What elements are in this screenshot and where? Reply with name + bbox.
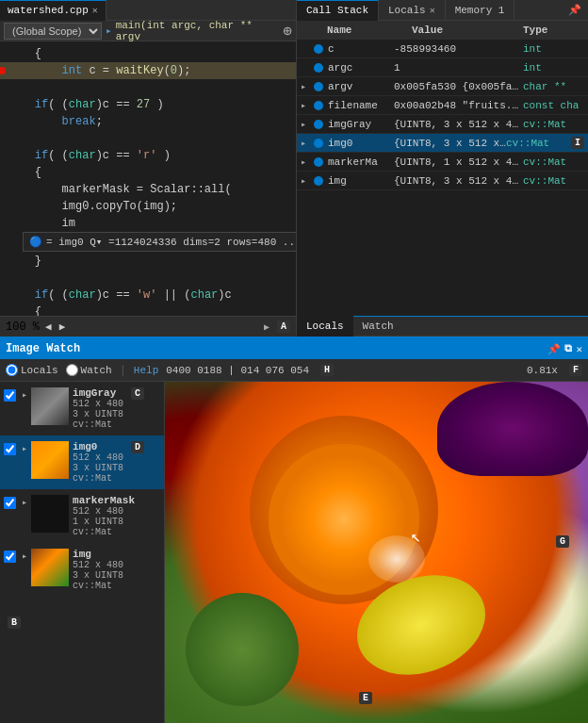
iw-body: ▸ imgGray 512 x 480 3 x UINT8 cv::Mat C … [0, 382, 588, 723]
img-channels: 3 x UINT8 [73, 409, 123, 419]
radio-watch-input[interactable] [66, 364, 78, 376]
call-stack-body: c -858993460 int argc 1 int ▸ argv 0x005… [297, 40, 588, 316]
expand-icon[interactable]: ▸ [22, 443, 27, 454]
scope-dropdown[interactable]: (Global Scope) [4, 23, 102, 40]
col-header-value: Value [412, 25, 523, 36]
label-badge-a: A [277, 320, 290, 333]
code-panel: watershed.cpp ✕ (Global Scope) ▸ main(in… [0, 0, 297, 337]
zoom-decrease-button[interactable]: ◀ [43, 320, 54, 333]
img-dims: 512 x 480 [73, 560, 123, 570]
img-check-imggray[interactable] [4, 389, 16, 402]
expand-icon[interactable]: ▸ [301, 81, 312, 92]
editor-tabs: watershed.cpp ✕ [0, 0, 296, 21]
expand-icon[interactable]: ▸ [301, 119, 312, 130]
var-name: argc [328, 62, 394, 74]
help-link[interactable]: Help [134, 365, 158, 376]
code-line [0, 270, 296, 287]
thumb-img0 [31, 441, 69, 479]
img-channels: 1 x UINT8 [73, 517, 135, 527]
circle-icon [314, 157, 323, 167]
tooltip-icon: 🔵 [29, 236, 42, 248]
tab-memory[interactable]: Memory 1 [446, 0, 515, 21]
iw-header: Image Watch 📌 ⧉ ✕ [0, 338, 588, 359]
expand-icon[interactable]: ▸ [22, 550, 27, 562]
img-channels: 3 x UINT8 [73, 570, 123, 581]
tab-locals[interactable]: Locals ✕ [379, 0, 446, 21]
iw-pin-button[interactable]: 📌 [547, 343, 561, 355]
expand-icon[interactable]: ▸ [22, 389, 27, 401]
code-line: img0.copyTo(img); [0, 198, 296, 215]
expand-icon[interactable]: ▸ [301, 100, 312, 111]
img-check-markermask[interactable] [4, 497, 16, 509]
cs-row-markermask[interactable]: ▸ markerMa {UINT8, 1 x 512 x 480} 🔍 cv::… [297, 153, 588, 172]
tab-locals-label: Locals [388, 5, 426, 16]
list-item-img[interactable]: ▸ img 512 x 480 3 x UINT8 cv::Mat [0, 543, 164, 597]
toolbar-separator: | [120, 364, 126, 377]
var-type: const cha [523, 100, 584, 111]
radio-watch[interactable]: Watch [66, 364, 112, 376]
iw-close-button[interactable]: ✕ [576, 343, 582, 355]
tab-locals-bottom[interactable]: Locals [297, 316, 353, 337]
plus-icon[interactable]: ⊕ [283, 22, 292, 41]
radio-watch-label: Watch [81, 365, 112, 376]
img-check-img0[interactable] [4, 443, 16, 455]
list-item-img0[interactable]: ▸ img0 512 x 480 3 x UINT8 cv::Mat D [0, 435, 164, 489]
img-info-img: img 512 x 480 3 x UINT8 cv::Mat [73, 549, 123, 591]
cs-row-argv[interactable]: ▸ argv 0x005fa530 {0x005fa538 "D:\ char … [297, 77, 588, 96]
cs-row-img0[interactable]: ▸ img0 {UINT8, 3 x 512 x 480} 🔍 cv::Mat … [297, 134, 588, 153]
label-badge-b: B [8, 616, 21, 629]
code-line: break; [0, 113, 296, 130]
img-dims: 512 x 480 [73, 399, 123, 409]
thumb-imggray [31, 387, 69, 425]
radio-locals[interactable]: Locals [6, 364, 58, 376]
label-badge-c: C [131, 387, 144, 400]
var-type: char ** [523, 81, 584, 92]
cs-row-imggray[interactable]: ▸ imgGray {UINT8, 3 x 512 x 480} 🔍 cv::M… [297, 115, 588, 134]
var-name: c [328, 43, 394, 55]
var-name: img [328, 175, 394, 187]
scroll-right-icon[interactable]: ▶ [264, 321, 270, 333]
call-stack-header: Name Value Type [297, 21, 588, 40]
code-line [0, 79, 296, 96]
label-badge-g: G [556, 535, 569, 548]
label-badge-d: D [131, 441, 144, 453]
var-value: {UINT8, 1 x 512 x 480} 🔍 [394, 156, 523, 168]
circle-icon [314, 176, 323, 186]
expand-icon[interactable]: ▸ [301, 156, 312, 168]
tab-watch-bottom[interactable]: Watch [353, 316, 403, 337]
img-check-img[interactable] [4, 550, 16, 563]
image-watch-section: Image Watch 📌 ⧉ ✕ Locals Watch | Help 04… [0, 337, 588, 723]
var-name: markerMa [328, 156, 394, 168]
tab-locals-close[interactable]: ✕ [430, 5, 435, 16]
label-badge-e: E [359, 692, 372, 704]
expand-icon[interactable]: ▸ [22, 497, 27, 508]
image-viewer[interactable]: ↖ E G [165, 382, 588, 723]
iw-float-button[interactable]: ⧉ [564, 343, 572, 355]
list-item-markermask[interactable]: ▸ markerMask 512 x 480 1 x UINT8 cv::Mat [0, 489, 164, 543]
img-type: cv::Mat [73, 473, 123, 484]
tab-close-button[interactable]: ✕ [92, 5, 98, 16]
img-type: cv::Mat [73, 581, 123, 591]
expand-icon[interactable]: ▸ [301, 175, 312, 187]
list-item-imggray[interactable]: ▸ imgGray 512 x 480 3 x UINT8 cv::Mat C [0, 382, 164, 435]
code-line: { [0, 304, 296, 316]
tab-memory-label: Memory 1 [455, 5, 505, 16]
tab-call-stack[interactable]: Call Stack [297, 0, 379, 21]
cs-row-filename[interactable]: ▸ filename 0x00a02b48 "fruits.jpg" 🔍 con… [297, 96, 588, 115]
var-name: img0 [328, 138, 394, 149]
zoom-increase-button[interactable]: ▶ [57, 320, 68, 333]
cs-row-c[interactable]: c -858993460 int [297, 40, 588, 58]
expand-icon[interactable]: ▸ [301, 138, 312, 149]
editor-tab-watershed[interactable]: watershed.cpp ✕ [0, 0, 106, 21]
kiwi [186, 593, 299, 706]
var-type: cv::Mat [523, 175, 584, 187]
img-channels: 3 x UINT8 [73, 463, 123, 473]
thumb-markermask [31, 495, 69, 533]
cs-row-argc[interactable]: argc 1 int [297, 58, 588, 77]
panel-tabs: Call Stack Locals ✕ Memory 1 📌 [297, 0, 588, 21]
img-name: imgGray [73, 387, 123, 399]
cs-row-img[interactable]: ▸ img {UINT8, 3 x 512 x 480} 🔍 cv::Mat [297, 172, 588, 190]
radio-locals-input[interactable] [6, 364, 18, 376]
right-panel: Call Stack Locals ✕ Memory 1 📌 Name Valu… [297, 0, 588, 337]
panel-pin-icon[interactable]: 📌 [565, 4, 584, 16]
